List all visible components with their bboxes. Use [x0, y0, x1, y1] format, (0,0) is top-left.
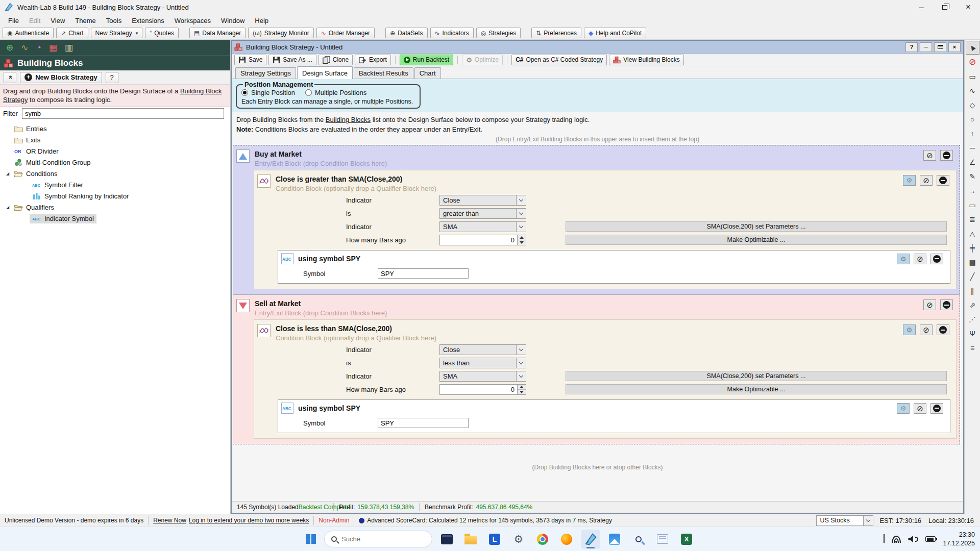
export-button[interactable]: Export [355, 55, 391, 65]
spinner-arrows[interactable] [517, 235, 526, 245]
block-settings-button[interactable]: ⚙ [903, 175, 916, 186]
globe-icon[interactable]: ⊕ [6, 43, 13, 52]
tree-item-entries[interactable]: Entries [0, 123, 230, 134]
help-button[interactable]: ? [106, 72, 118, 83]
bars-ago-spinner[interactable]: 0 [439, 235, 526, 245]
buy-at-market-block[interactable]: Buy at Market Entry/Exit Block (drop Con… [233, 145, 960, 294]
tab-chart[interactable]: Chart [414, 67, 441, 79]
menu-extensions[interactable]: Extensions [127, 15, 169, 26]
operator-dropdown[interactable]: less than [439, 358, 526, 368]
make-optimizable-button[interactable]: Make Optimizable ... [566, 384, 947, 394]
remove-block-button[interactable] [940, 299, 953, 310]
tab-design-surface[interactable]: Design Surface [297, 66, 353, 79]
building-blocks-link[interactable]: Building Blocks [326, 116, 371, 123]
indicators-button[interactable]: ∿ Indicators [430, 28, 474, 38]
indicator-dropdown[interactable]: Close [439, 195, 526, 206]
pitchfork-tool[interactable]: Ψ [966, 327, 979, 340]
chevron-down-icon[interactable] [863, 516, 873, 525]
tab-strategy-settings[interactable]: Strategy Settings [235, 67, 296, 79]
wifi-icon[interactable] [892, 536, 901, 543]
remove-block-button[interactable] [937, 175, 949, 186]
block-settings-button[interactable]: ⚙ [897, 403, 910, 414]
close-button[interactable]: × [957, 0, 980, 14]
sell-at-market-block[interactable]: Sell at Market Entry/Exit Block (drop Co… [233, 294, 960, 444]
disable-block-button[interactable]: ⊘ [914, 403, 926, 414]
minimize-button[interactable]: ─ [910, 0, 933, 14]
strategies-button[interactable]: ◎ Strategies [476, 28, 521, 38]
parallel-lines-tool[interactable]: ∥ [966, 284, 979, 297]
menu-window[interactable]: Window [216, 15, 250, 26]
new-block-strategy-button[interactable]: New Block Strategy [20, 72, 102, 83]
search-input[interactable] [341, 535, 431, 543]
preferences-button[interactable]: ⇅ Preferences [531, 28, 581, 38]
indicators-wave-icon[interactable]: ∿ [21, 43, 28, 52]
make-optimizable-button[interactable]: Make Optimizable ... [566, 235, 947, 245]
data-manager-button[interactable]: ▤ Data Manager [189, 28, 246, 38]
spinner-arrows[interactable] [517, 385, 526, 394]
rectangle-tool[interactable]: ▭ [966, 198, 979, 212]
search-app-icon[interactable] [629, 530, 648, 549]
chevron-down-icon[interactable] [516, 209, 526, 218]
taskbar-search[interactable] [324, 531, 432, 547]
menu-workspaces[interactable]: Workspaces [169, 15, 216, 26]
tree-item-exits[interactable]: Exits [0, 134, 230, 145]
disable-block-button[interactable]: ⊘ [920, 175, 933, 186]
disable-block-button[interactable]: ⊘ [923, 299, 936, 310]
tab-backtest-results[interactable]: Backtest Results [354, 67, 413, 79]
qualifier-block[interactable]: using symbol SPY ⚙ ⊘ Symbol [278, 250, 950, 284]
open-csharp-button[interactable]: C#Open as C# Coded Strategy [511, 55, 607, 65]
curve-tool[interactable]: ∿ [966, 84, 979, 97]
reader-app-icon[interactable] [653, 530, 672, 549]
horizontal-line-tool[interactable]: ─ [966, 141, 979, 155]
save-as-button[interactable]: Save As ... [268, 55, 316, 65]
login-extend-link[interactable]: Log in to extend your demo two more week… [189, 517, 309, 524]
disable-block-button[interactable]: ⊘ [914, 254, 926, 264]
pencil-tool[interactable]: ✎ [966, 169, 979, 183]
order-manager-button[interactable]: ∿ Order Manager [316, 28, 375, 38]
renew-now-link[interactable]: Renew Now [153, 517, 186, 524]
excel-icon[interactable]: X [677, 530, 696, 549]
chevron-down-icon[interactable] [516, 358, 526, 368]
no-draw-tool[interactable]: ⊘ [966, 55, 979, 69]
tray-chevron-button[interactable] [884, 535, 885, 543]
authenticate-button[interactable]: ◉ Authenticate [3, 28, 54, 38]
volume-icon[interactable] [908, 536, 918, 543]
indicator2-dropdown[interactable]: SMA [439, 371, 526, 382]
menu-edit[interactable]: Edit [24, 15, 45, 26]
disable-block-button[interactable]: ⊘ [923, 150, 936, 161]
chevron-down-icon[interactable] [516, 371, 526, 381]
copilot-brain-icon[interactable]: ◔ [36, 43, 41, 52]
menu-file[interactable]: File [3, 15, 24, 26]
symbol-input[interactable] [378, 418, 469, 428]
building-blocks-cubes-icon[interactable]: ▦ [49, 43, 57, 52]
chevron-down-icon[interactable] [516, 345, 526, 355]
segment-tool[interactable]: ∠ [966, 155, 979, 169]
chevron-down-icon[interactable] [516, 222, 526, 232]
tree-expand-icon[interactable]: ◢ [4, 205, 11, 210]
terminal-app-icon[interactable] [437, 530, 456, 549]
help-copilot-button[interactable]: ◆ Help and CoPilot [584, 28, 646, 38]
symbol-input[interactable] [378, 268, 469, 279]
tree-item-conditions[interactable]: ◢ Conditions [0, 168, 230, 179]
optimize-button[interactable]: ⚙Optimize [462, 55, 503, 65]
menu-view[interactable]: View [45, 15, 70, 26]
bars-ago-spinner[interactable]: 0 [439, 384, 526, 395]
fib-levels-tool[interactable]: ≡ [966, 341, 979, 355]
clone-button[interactable]: Clone [318, 55, 353, 65]
tree-item-symbol-ranking[interactable]: Symbol Ranking by Indicator [0, 190, 230, 202]
tree-item-multi-condition-group[interactable]: Multi-Condition Group [0, 157, 230, 168]
tree-item-qualifiers[interactable]: ◢ Qualifiers [0, 202, 230, 213]
menu-theme[interactable]: Theme [70, 15, 101, 26]
operator-dropdown[interactable]: greater than [439, 208, 526, 219]
window-close-button[interactable]: × [948, 42, 961, 52]
crosshair-t ool[interactable]: ╪ [966, 241, 979, 255]
datasets-button[interactable]: ⊕ DataSets [385, 28, 427, 38]
chart-button[interactable]: ↗ Chart [56, 28, 88, 38]
set-parameters-button[interactable]: SMA(Close,200) set Parameters ... [566, 371, 947, 381]
triangle-tool[interactable]: △ [966, 227, 979, 240]
indicator2-dropdown[interactable]: SMA [439, 221, 526, 232]
menu-help[interactable]: Help [250, 15, 274, 26]
app-l-icon[interactable]: L [485, 530, 504, 549]
library-books-icon[interactable]: ▥ [65, 43, 73, 52]
ellipse-tool[interactable]: ○ [966, 112, 979, 126]
